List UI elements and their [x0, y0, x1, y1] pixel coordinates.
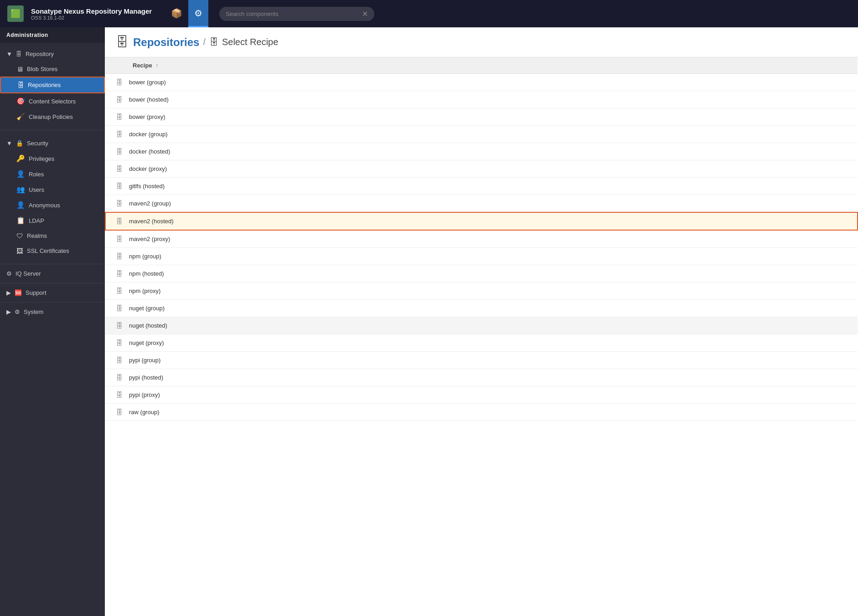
table-row[interactable]: 🗄docker (proxy): [105, 160, 858, 178]
header: 🟩 Sonatype Nexus Repository Manager OSS …: [0, 0, 858, 27]
table-row[interactable]: 🗄bower (proxy): [105, 108, 858, 126]
main-layout: Administration ▼ 🗄 Repository 🖥 Blob Sto…: [0, 27, 858, 616]
table-row[interactable]: 🗄maven2 (group): [105, 195, 858, 213]
row-db-icon: 🗄: [105, 265, 125, 282]
row-recipe-name: bower (hosted): [125, 91, 858, 108]
recipes-table-container[interactable]: Recipe ↑ 🗄bower (group)🗄bower (hosted)🗄b…: [105, 57, 858, 616]
recipe-col-header[interactable]: Recipe ↑: [125, 57, 858, 74]
search-bar[interactable]: ✕: [219, 7, 374, 21]
roles-icon: 👤: [16, 170, 25, 178]
table-row[interactable]: 🗄npm (hosted): [105, 265, 858, 282]
table-row[interactable]: 🗄maven2 (proxy): [105, 230, 858, 248]
table-row[interactable]: 🗄nuget (hosted): [105, 317, 858, 334]
row-recipe-name: nuget (group): [125, 300, 858, 317]
realms-icon: 🛡: [16, 232, 23, 240]
cleanup-policies-label: Cleanup Policies: [29, 113, 73, 120]
table-row[interactable]: 🗄npm (proxy): [105, 282, 858, 300]
sidebar-item-anonymous[interactable]: 👤 Anonymous: [0, 197, 105, 213]
row-db-icon: 🗄: [105, 195, 125, 213]
sidebar-item-repository[interactable]: ▼ 🗄 Repository: [0, 46, 105, 62]
row-db-icon: 🗄: [105, 230, 125, 248]
sidebar-item-security[interactable]: ▼ 🔒 Security: [0, 136, 105, 151]
blob-stores-icon: 🖥: [16, 65, 23, 73]
repository-group: ▼ 🗄 Repository 🖥 Blob Stores 🗄 Repositor…: [0, 43, 105, 128]
repository-arrow-icon: ▼: [6, 51, 12, 57]
iq-server-icon: ⚙: [6, 270, 12, 277]
sidebar-item-support[interactable]: ▶ 🆘 Support: [0, 285, 105, 300]
sidebar-item-blob-stores[interactable]: 🖥 Blob Stores: [0, 62, 105, 77]
users-label: Users: [29, 186, 44, 193]
anonymous-icon: 👤: [16, 201, 25, 209]
sidebar-section-header: Administration: [0, 27, 105, 43]
row-db-icon: 🗄: [105, 91, 125, 108]
table-row[interactable]: 🗄docker (hosted): [105, 143, 858, 160]
sidebar-item-cleanup-policies[interactable]: 🧹 Cleanup Policies: [0, 109, 105, 124]
row-db-icon: 🗄: [105, 404, 125, 421]
blob-stores-label: Blob Stores: [27, 66, 57, 72]
row-db-icon: 🗄: [105, 126, 125, 143]
page-icon: 🗄: [116, 35, 129, 50]
package-button[interactable]: 📦: [166, 0, 186, 27]
cleanup-policies-icon: 🧹: [16, 113, 25, 121]
table-row[interactable]: 🗄pypi (proxy): [105, 386, 858, 404]
privileges-label: Privileges: [29, 155, 54, 162]
sidebar-item-iq-server[interactable]: ⚙ IQ Server: [0, 266, 105, 281]
app-version: OSS 3.16.1-02: [31, 15, 152, 21]
row-db-icon: 🗄: [105, 212, 125, 230]
sidebar-item-system[interactable]: ▶ ⚙ System: [0, 304, 105, 319]
row-recipe-name: docker (hosted): [125, 143, 858, 160]
row-db-icon: 🗄: [105, 317, 125, 334]
sidebar-item-privileges[interactable]: 🔑 Privileges: [0, 151, 105, 166]
search-clear-button[interactable]: ✕: [362, 10, 368, 18]
repositories-icon: 🗄: [17, 81, 24, 89]
table-row[interactable]: 🗄nuget (proxy): [105, 334, 858, 352]
table-row[interactable]: 🗄docker (group): [105, 126, 858, 143]
row-recipe-name: maven2 (proxy): [125, 230, 858, 248]
row-db-icon: 🗄: [105, 160, 125, 178]
table-row[interactable]: 🗄raw (group): [105, 404, 858, 421]
support-icon: 🆘: [15, 289, 22, 296]
table-row[interactable]: 🗄npm (group): [105, 248, 858, 265]
divider-1: [0, 130, 105, 130]
users-icon: 👥: [16, 185, 25, 194]
sidebar: Administration ▼ 🗄 Repository 🖥 Blob Sto…: [0, 27, 105, 616]
sidebar-item-users[interactable]: 👥 Users: [0, 182, 105, 197]
row-recipe-name: docker (proxy): [125, 160, 858, 178]
sidebar-item-ssl-certificates[interactable]: 🖼 SSL Certificates: [0, 243, 105, 258]
content-header: 🗄 Repositories / 🗄 Select Recipe: [105, 27, 858, 57]
row-recipe-name: npm (group): [125, 248, 858, 265]
security-group: ▼ 🔒 Security 🔑 Privileges 👤 Roles 👥 User…: [0, 132, 105, 262]
content-area: 🗄 Repositories / 🗄 Select Recipe Recipe: [105, 27, 858, 616]
ssl-certificates-icon: 🖼: [16, 247, 23, 255]
content-selectors-icon: 🎯: [16, 97, 25, 105]
row-db-icon: 🗄: [105, 334, 125, 352]
table-row[interactable]: 🗄nuget (group): [105, 300, 858, 317]
row-recipe-name: pypi (group): [125, 352, 858, 369]
sidebar-item-content-selectors[interactable]: 🎯 Content Selectors: [0, 93, 105, 109]
content-selectors-label: Content Selectors: [29, 98, 76, 105]
row-recipe-name: nuget (hosted): [125, 317, 858, 334]
row-recipe-name: docker (group): [125, 126, 858, 143]
sidebar-item-roles[interactable]: 👤 Roles: [0, 166, 105, 182]
app-title: Sonatype Nexus Repository Manager OSS 3.…: [31, 7, 152, 21]
settings-button[interactable]: ⚙: [188, 0, 208, 27]
row-recipe-name: bower (group): [125, 74, 858, 91]
table-row[interactable]: 🗄bower (hosted): [105, 91, 858, 108]
row-db-icon: 🗄: [105, 282, 125, 300]
row-recipe-name: raw (group): [125, 404, 858, 421]
search-input[interactable]: [226, 10, 358, 17]
sidebar-item-realms[interactable]: 🛡 Realms: [0, 228, 105, 243]
table-row[interactable]: 🗄bower (group): [105, 74, 858, 91]
sidebar-item-ldap[interactable]: 📋 LDAP: [0, 213, 105, 228]
sidebar-item-repositories[interactable]: 🗄 Repositories: [0, 77, 105, 93]
table-row[interactable]: 🗄maven2 (hosted): [105, 212, 858, 230]
table-row[interactable]: 🗄gitlfs (hosted): [105, 178, 858, 195]
breadcrumb-title: Repositories: [133, 36, 199, 49]
row-db-icon: 🗄: [105, 143, 125, 160]
table-row[interactable]: 🗄pypi (hosted): [105, 369, 858, 386]
row-recipe-name: pypi (proxy): [125, 386, 858, 404]
app-logo: 🟩: [7, 5, 24, 22]
row-recipe-name: pypi (hosted): [125, 369, 858, 386]
sort-asc-icon: ↑: [155, 62, 159, 69]
table-row[interactable]: 🗄pypi (group): [105, 352, 858, 369]
